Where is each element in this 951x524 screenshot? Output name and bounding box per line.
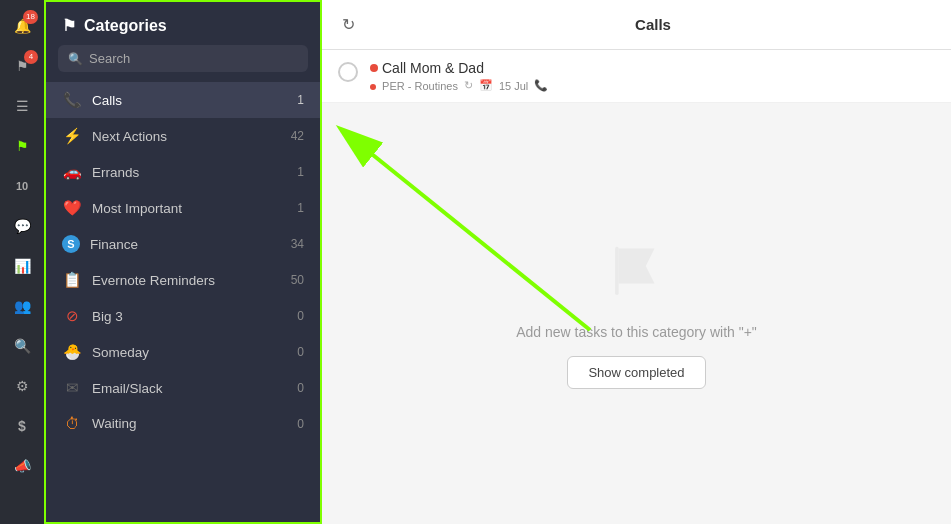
- category-item-waiting[interactable]: ⏱ Waiting 0: [46, 406, 320, 441]
- task-tag: PER - Routines: [370, 80, 458, 92]
- waiting-count: 0: [297, 417, 304, 431]
- dollar-icon[interactable]: $: [4, 408, 40, 444]
- errands-label: Errands: [92, 165, 287, 180]
- settings-icon[interactable]: ⚙: [4, 368, 40, 404]
- main-content: ↻ Calls Call Mom & Dad PER - Routines ↻: [322, 0, 951, 524]
- search-icon[interactable]: 🔍: [4, 328, 40, 364]
- most-important-label: Most Important: [92, 201, 287, 216]
- most-important-count: 1: [297, 201, 304, 215]
- users-icon[interactable]: 👥: [4, 288, 40, 324]
- category-item-errands[interactable]: 🚗 Errands 1: [46, 154, 320, 190]
- someday-icon: 🐣: [62, 343, 82, 361]
- task-content: Call Mom & Dad PER - Routines ↻ 📅 15 Jul…: [370, 60, 935, 92]
- task-checkbox[interactable]: [338, 62, 358, 82]
- category-item-email-slack[interactable]: ✉ Email/Slack 0: [46, 370, 320, 406]
- evernote-label: Evernote Reminders: [92, 273, 281, 288]
- waiting-icon: ⏱: [62, 415, 82, 432]
- big3-label: Big 3: [92, 309, 287, 324]
- table-row: Call Mom & Dad PER - Routines ↻ 📅 15 Jul…: [322, 50, 951, 103]
- notifications-icon[interactable]: 🔔 18: [4, 8, 40, 44]
- empty-flag-icon: [602, 238, 672, 308]
- finance-icon: S: [62, 235, 80, 253]
- errands-count: 1: [297, 165, 304, 179]
- search-input[interactable]: [89, 51, 298, 66]
- someday-label: Someday: [92, 345, 287, 360]
- main-header: ↻ Calls: [322, 0, 951, 50]
- someday-count: 0: [297, 345, 304, 359]
- menu-icon[interactable]: ☰: [4, 88, 40, 124]
- task-meta: PER - Routines ↻ 📅 15 Jul 📞: [370, 79, 935, 92]
- next-actions-icon: ⚡: [62, 127, 82, 145]
- categories-icon[interactable]: ⚑: [4, 128, 40, 164]
- svg-rect-0: [615, 247, 619, 295]
- task-tag-text: PER: [382, 80, 405, 92]
- category-item-someday[interactable]: 🐣 Someday 0: [46, 334, 320, 370]
- task-subtag-text: Routines: [414, 80, 457, 92]
- category-list: 📞 Calls 1 ⚡ Next Actions 42 🚗 Errands 1 …: [46, 82, 320, 522]
- evernote-icon: 📋: [62, 271, 82, 289]
- category-item-evernote[interactable]: 📋 Evernote Reminders 50: [46, 262, 320, 298]
- calls-icon: 📞: [62, 91, 82, 109]
- repeat-icon: ↻: [464, 79, 473, 92]
- flag-badge: 4: [24, 50, 38, 64]
- flag-count-icon[interactable]: ⚑ 4: [4, 48, 40, 84]
- big3-count: 0: [297, 309, 304, 323]
- sidebar-flag-icon: ⚑: [62, 16, 76, 35]
- big3-icon: ⊘: [62, 307, 82, 325]
- sidebar-title: Categories: [84, 17, 167, 35]
- task-title: Call Mom & Dad: [370, 60, 935, 76]
- calls-label: Calls: [92, 93, 287, 108]
- search-box[interactable]: 🔍: [58, 45, 308, 72]
- most-important-icon: ❤️: [62, 199, 82, 217]
- chat-icon[interactable]: 💬: [4, 208, 40, 244]
- category-item-most-important[interactable]: ❤️ Most Important 1: [46, 190, 320, 226]
- show-completed-button[interactable]: Show completed: [567, 356, 705, 389]
- search-box-icon: 🔍: [68, 52, 83, 66]
- task-title-text: Call Mom & Dad: [382, 60, 484, 76]
- next-actions-count: 42: [291, 129, 304, 143]
- category-item-finance[interactable]: S Finance 34: [46, 226, 320, 262]
- notifications-badge: 18: [23, 10, 38, 24]
- phone-icon: 📞: [534, 79, 548, 92]
- sidebar: ⚑ Categories 🔍 📞 Calls 1 ⚡ Next Actions …: [44, 0, 322, 524]
- email-slack-count: 0: [297, 381, 304, 395]
- icon-bar: 🔔 18 ⚑ 4 ☰ ⚑ 10 💬 📊 👥 🔍 ⚙ $ 📣: [0, 0, 44, 524]
- email-slack-label: Email/Slack: [92, 381, 287, 396]
- chart-icon[interactable]: 📊: [4, 248, 40, 284]
- category-item-calls[interactable]: 📞 Calls 1: [46, 82, 320, 118]
- refresh-button[interactable]: ↻: [338, 11, 359, 38]
- main-title: Calls: [371, 16, 935, 33]
- task-tag-dot-small: [370, 84, 376, 90]
- next-actions-label: Next Actions: [92, 129, 281, 144]
- finance-label: Finance: [90, 237, 281, 252]
- calendar-task-icon: 📅: [479, 79, 493, 92]
- category-item-big3[interactable]: ⊘ Big 3 0: [46, 298, 320, 334]
- waiting-label: Waiting: [92, 416, 287, 431]
- task-area: Call Mom & Dad PER - Routines ↻ 📅 15 Jul…: [322, 50, 951, 103]
- task-date: 15 Jul: [499, 80, 528, 92]
- empty-state: Add new tasks to this category with "+" …: [322, 103, 951, 524]
- sidebar-header: ⚑ Categories: [46, 2, 320, 45]
- megaphone-icon[interactable]: 📣: [4, 448, 40, 484]
- task-tag-dot: [370, 64, 378, 72]
- calendar-icon[interactable]: 10: [4, 168, 40, 204]
- category-item-next-actions[interactable]: ⚡ Next Actions 42: [46, 118, 320, 154]
- email-slack-icon: ✉: [62, 379, 82, 397]
- empty-state-text: Add new tasks to this category with "+": [516, 324, 757, 340]
- calls-count: 1: [297, 93, 304, 107]
- evernote-count: 50: [291, 273, 304, 287]
- errands-icon: 🚗: [62, 163, 82, 181]
- finance-count: 34: [291, 237, 304, 251]
